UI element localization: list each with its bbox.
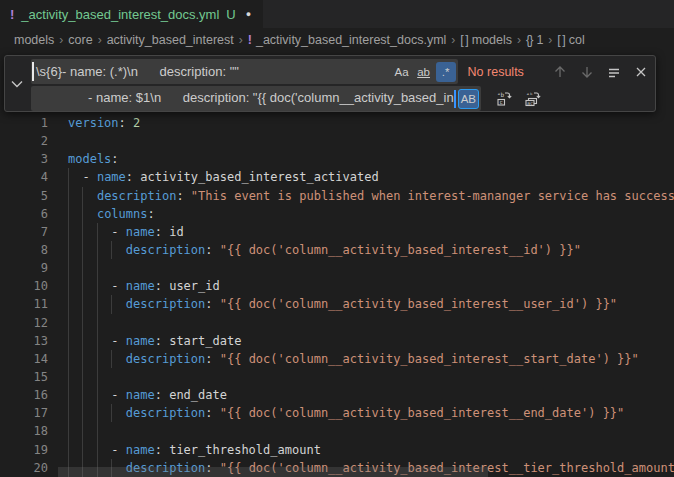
previous-match-button[interactable] — [550, 61, 571, 83]
vscode-window: ! _activity_based_interest_docs.yml U ● … — [0, 0, 674, 477]
breadcrumb-item[interactable]: models — [14, 33, 54, 47]
regex-button[interactable]: .* — [436, 62, 456, 82]
tab-bar: ! _activity_based_interest_docs.yml U ● — [0, 0, 674, 28]
code-line — [68, 314, 674, 332]
indent-guide — [68, 314, 69, 332]
line-number: 9 — [0, 259, 48, 277]
indent-guide — [97, 386, 98, 404]
code-token: name — [126, 443, 155, 457]
indent-guide — [68, 422, 69, 440]
code-token: "{{ doc('column__activity_based_interest… — [220, 406, 625, 420]
indent-guide — [68, 404, 69, 422]
selection-lines-icon — [607, 65, 621, 79]
replace-icon: ᵃb c — [496, 91, 512, 107]
breadcrumb-item[interactable]: [ ]models — [460, 33, 512, 47]
code-token: : — [205, 352, 219, 366]
indent-guide — [111, 350, 112, 368]
indent-guide — [82, 277, 83, 295]
code-token: name — [97, 170, 126, 184]
indent-guide — [111, 295, 112, 313]
replace-all-icon: ᵃᵇ ac — [524, 91, 541, 107]
next-match-button[interactable] — [576, 61, 597, 83]
line-number: 11 — [0, 295, 48, 313]
breadcrumb-item[interactable]: core — [68, 33, 92, 47]
line-number: 3 — [0, 150, 48, 168]
line-number: 5 — [0, 187, 48, 205]
code-token: : end_date — [155, 388, 227, 402]
indent-guide — [82, 441, 83, 459]
toggle-replace-chevron[interactable] — [5, 56, 29, 111]
replace-input[interactable]: - name: $1\n description: "{{ doc('colum… — [31, 86, 481, 111]
find-in-selection-button[interactable] — [603, 61, 624, 83]
indent-guide — [68, 168, 69, 186]
code-token: "This event is published when interest-m… — [191, 189, 674, 203]
tab-filename: _activity_based_interest_docs.yml — [21, 7, 219, 22]
code-line: columns: — [68, 205, 674, 223]
indent-guide — [97, 332, 98, 350]
modified-dot-icon[interactable]: ● — [246, 9, 251, 19]
indent-guide — [97, 241, 98, 259]
code-token: : — [111, 152, 118, 166]
svg-text:ᵃb: ᵃb — [497, 91, 505, 98]
indent-guide — [97, 350, 98, 368]
replace-all-button[interactable]: ᵃᵇ ac — [521, 88, 543, 110]
symbol-array-icon: [ ] — [460, 33, 467, 47]
indent-guide — [82, 187, 83, 205]
whole-word-button[interactable]: ab — [414, 62, 434, 82]
breadcrumb-item[interactable]: !_activity_based_interest_docs.yml — [248, 33, 447, 47]
breadcrumb-label: _activity_based_interest_docs.yml — [256, 33, 446, 47]
line-number: 10 — [0, 277, 48, 295]
indent-guide — [82, 314, 83, 332]
breadcrumb-item[interactable]: [ ]col — [557, 33, 584, 47]
replace-button[interactable]: ᵃb c — [493, 88, 515, 110]
code-token: description — [126, 297, 205, 311]
replace-value-text: - name: $1\n description: "{{ doc('colum… — [66, 90, 453, 108]
code-token: : tier_threshold_amount — [155, 443, 321, 457]
breadcrumb-separator-icon: › — [59, 33, 63, 47]
code-token: "{{ doc('column__activity_based_interest… — [220, 297, 617, 311]
indent-guide — [68, 223, 69, 241]
code-line: description: "{{ doc('column__activity_b… — [68, 350, 674, 368]
code-token: : — [205, 297, 219, 311]
code-content: version: 2models: - name: activity_based… — [68, 114, 674, 477]
svg-text:ᵃᵇ: ᵃᵇ — [526, 91, 533, 98]
indent-guide — [97, 277, 98, 295]
replace-row: - name: $1\n description: "{{ doc('colum… — [31, 86, 651, 111]
indent-guide — [97, 441, 98, 459]
code-token: - — [68, 170, 97, 184]
breadcrumb-item[interactable]: activity_based_interest — [107, 33, 234, 47]
match-case-button[interactable]: Aa — [392, 62, 412, 82]
svg-text:c: c — [500, 99, 503, 105]
code-line: - name: user_id — [68, 277, 674, 295]
preserve-case-button[interactable]: AB — [458, 89, 479, 109]
replace-caret — [454, 90, 456, 108]
yaml-flag-icon: ! — [248, 33, 252, 47]
code-line — [68, 368, 674, 386]
code-editor[interactable]: 1234567891011121314151617181920 version:… — [0, 51, 674, 477]
code-token: "{{ doc('column__activity_based_interest… — [220, 243, 581, 257]
breadcrumb-label: 1 — [536, 33, 543, 47]
code-line: description: "This event is published wh… — [68, 187, 674, 205]
editor-tab[interactable]: ! _activity_based_interest_docs.yml U ● — [0, 0, 264, 28]
find-input[interactable]: \s{6}- name: (.*)\n description: "" Aa a… — [31, 59, 458, 84]
close-find-button[interactable] — [630, 61, 651, 83]
code-token: : activity_based_interest_activated — [126, 170, 379, 184]
breadcrumb-item[interactable]: {}1 — [526, 33, 543, 47]
horizontal-scrollbar[interactable] — [58, 467, 488, 477]
indent-guide — [97, 404, 98, 422]
line-number: 17 — [0, 404, 48, 422]
symbol-array-icon: [ ] — [557, 33, 564, 47]
indent-guide — [82, 332, 83, 350]
git-status-badge: U — [226, 7, 235, 22]
indent-guide — [68, 332, 69, 350]
chevron-down-icon — [11, 80, 23, 88]
line-number: 4 — [0, 168, 48, 186]
code-token: name — [126, 388, 155, 402]
indent-guide — [111, 241, 112, 259]
breadcrumb-separator-icon: › — [239, 33, 243, 47]
code-token: : — [205, 243, 219, 257]
code-token: : — [147, 207, 154, 221]
indent-guide — [68, 441, 69, 459]
breadcrumb-separator-icon: › — [98, 33, 102, 47]
indent-guide — [97, 223, 98, 241]
